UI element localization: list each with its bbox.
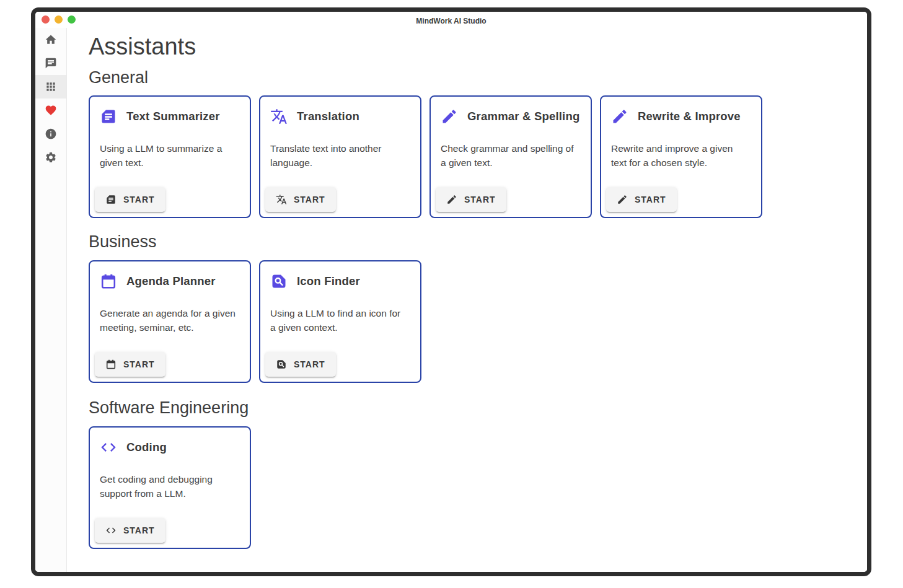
card-title: Coding — [126, 441, 167, 454]
start-button-label: START — [294, 195, 325, 204]
sidebar-item-favorites[interactable] — [35, 99, 66, 122]
section-label: General — [89, 68, 855, 89]
start-button-rewrite-improve[interactable]: START — [606, 187, 677, 212]
sidebar-item-settings[interactable] — [35, 146, 66, 169]
assistant-card-icon-finder: Icon Finder Using a LLM to find an icon … — [259, 260, 421, 383]
sidebar-item-chats[interactable] — [35, 51, 66, 75]
sidebar-item-assistants[interactable] — [35, 75, 66, 99]
chat-icon — [45, 57, 57, 69]
card-description: Generate an agenda for a given meeting, … — [100, 306, 240, 335]
assistant-card-grammar-spelling: Grammar & Spelling Check grammar and spe… — [429, 95, 592, 218]
apps-grid-icon — [45, 81, 57, 93]
sidebar-item-about[interactable] — [35, 122, 66, 146]
start-button-grammar-spelling[interactable]: START — [436, 187, 506, 212]
start-button-label: START — [123, 359, 155, 369]
heart-icon — [45, 104, 57, 116]
main-content: Assistants General Text Summarizer Using… — [67, 28, 867, 572]
home-icon — [45, 33, 57, 46]
card-title: Translation — [297, 110, 359, 123]
page-title: Assistants — [89, 33, 855, 61]
section-business: Business Agenda Planner Generate an agen… — [89, 232, 855, 383]
start-button-label: START — [294, 359, 325, 369]
section-general: General Text Summarizer Using a LLM to s… — [89, 68, 855, 219]
assistant-card-text-summarizer: Text Summarizer Using a LLM to summarize… — [89, 95, 251, 218]
pencil-icon — [617, 194, 628, 205]
code-icon — [100, 439, 117, 456]
card-title: Text Summarizer — [126, 110, 220, 123]
start-button-text-summarizer[interactable]: START — [95, 187, 165, 212]
pencil-icon — [611, 108, 628, 125]
start-button-label: START — [464, 195, 496, 204]
assistant-card-translation: Translation Translate text into another … — [259, 95, 421, 218]
assistant-card-rewrite-improve: Rewrite & Improve Rewrite and improve a … — [600, 95, 762, 218]
app-window: MindWork AI Studio Assistants — [31, 7, 871, 576]
card-description: Using a LLM to find an icon for a given … — [270, 306, 410, 335]
sidebar-item-home[interactable] — [35, 28, 66, 51]
window-title: MindWork AI Studio — [35, 12, 867, 28]
icon-search-icon — [270, 273, 288, 290]
start-button-translation[interactable]: START — [265, 187, 336, 212]
sidebar — [35, 28, 67, 572]
summarize-icon — [105, 194, 117, 205]
start-button-label: START — [635, 195, 666, 204]
translate-icon — [270, 108, 288, 125]
card-description: Get coding and debugging support from a … — [100, 472, 240, 501]
pencil-icon — [446, 194, 457, 205]
section-label: Business — [89, 232, 855, 253]
card-title: Rewrite & Improve — [638, 110, 741, 123]
card-title: Grammar & Spelling — [467, 110, 579, 123]
calendar-icon — [105, 359, 117, 370]
titlebar: MindWork AI Studio — [35, 12, 867, 28]
start-button-agenda-planner[interactable]: START — [95, 352, 165, 377]
card-title: Icon Finder — [297, 274, 360, 288]
card-description: Translate text into another language. — [270, 141, 410, 170]
card-title: Agenda Planner — [126, 274, 216, 288]
start-button-label: START — [123, 525, 155, 535]
start-button-icon-finder[interactable]: START — [265, 352, 336, 377]
start-button-coding[interactable]: START — [95, 518, 165, 543]
section-software-engineering: Software Engineering Coding Get coding a… — [89, 398, 855, 549]
assistant-card-coding: Coding Get coding and debugging support … — [89, 426, 251, 549]
translate-icon — [276, 194, 287, 205]
card-description: Using a LLM to summarize a given text. — [100, 141, 240, 170]
info-icon — [45, 128, 57, 140]
icon-search-icon — [276, 359, 287, 370]
summarize-icon — [100, 108, 117, 125]
start-button-label: START — [123, 195, 155, 204]
pencil-icon — [441, 108, 458, 125]
card-description: Rewrite and improve a given text for a c… — [611, 141, 751, 170]
code-icon — [105, 525, 117, 536]
section-label: Software Engineering — [89, 398, 855, 419]
card-description: Check grammar and spelling of a given te… — [441, 141, 581, 170]
gear-icon — [45, 151, 57, 164]
assistant-card-agenda-planner: Agenda Planner Generate an agenda for a … — [89, 260, 251, 383]
calendar-icon — [100, 273, 117, 290]
